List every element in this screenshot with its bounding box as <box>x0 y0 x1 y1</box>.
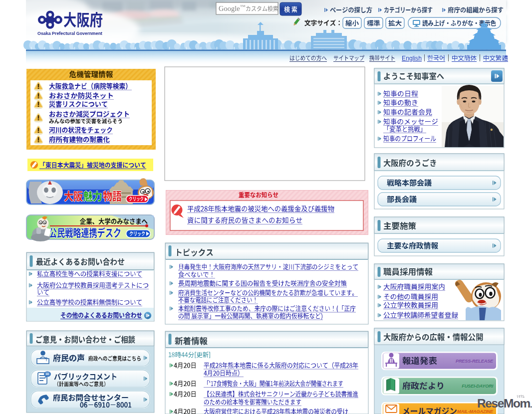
svg-text:PRESS-RELEASE: PRESS-RELEASE <box>456 359 494 364</box>
svg-text:FUSEI-DAYORI: FUSEI-DAYORI <box>462 384 493 389</box>
svg-text:Osaka Prefectural Government: Osaka Prefectural Government <box>37 30 103 36</box>
svg-text:Google: Google <box>219 4 240 12</box>
svg-text:English: English <box>402 55 422 62</box>
svg-text:TM: TM <box>240 4 246 8</box>
svg-text:ReseMom.: ReseMom. <box>477 397 532 410</box>
